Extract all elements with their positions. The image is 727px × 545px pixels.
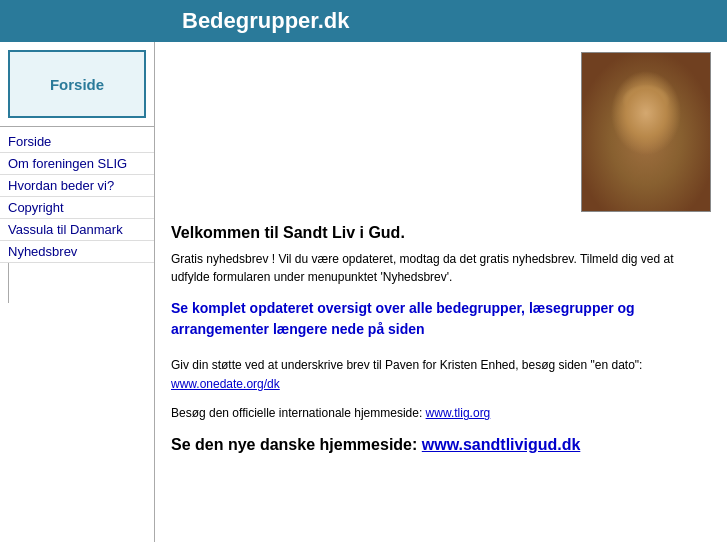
sidebar-bottom-decoration bbox=[8, 263, 154, 303]
jesus-image bbox=[581, 52, 711, 212]
sidebar-item-copyright[interactable]: Copyright bbox=[0, 197, 154, 219]
sidebar-top-box: Forside bbox=[8, 50, 146, 118]
site-title: Bedegrupper.dk bbox=[182, 8, 349, 34]
sidebar-nav: Forside Om foreningen SLIG Hvordan beder… bbox=[0, 131, 154, 263]
bottom-label: Se den nye danske hjemmeside: bbox=[171, 436, 417, 453]
support-section-2: Besøg den officielle internationale hjem… bbox=[171, 404, 711, 423]
sidebar-item-forside[interactable]: Forside bbox=[0, 131, 154, 153]
sidebar-item-om-foreningen[interactable]: Om foreningen SLIG bbox=[0, 153, 154, 175]
sidebar: Forside Forside Om foreningen SLIG Hvord… bbox=[0, 42, 155, 542]
sidebar-item-nyhedsbrev[interactable]: Nyhedsbrev bbox=[0, 241, 154, 263]
support-link-1[interactable]: www.onedate.org/dk bbox=[171, 377, 280, 391]
sidebar-top-label: Forside bbox=[50, 76, 104, 93]
blue-highlight-text: Se komplet opdateret oversigt over alle … bbox=[171, 298, 711, 340]
sidebar-item-vassula[interactable]: Vassula til Danmark bbox=[0, 219, 154, 241]
welcome-title: Velkommen til Sandt Liv i Gud. bbox=[171, 224, 711, 242]
sidebar-item-hvordan-beder[interactable]: Hvordan beder vi? bbox=[0, 175, 154, 197]
support-text-2: Besøg den officielle internationale hjem… bbox=[171, 406, 422, 420]
bottom-link-section: Se den nye danske hjemmeside: www.sandtl… bbox=[171, 436, 711, 454]
jesus-face-art bbox=[582, 53, 710, 211]
content-top bbox=[171, 52, 711, 212]
bottom-link[interactable]: www.sandtlivigud.dk bbox=[422, 436, 581, 453]
main-layout: Forside Forside Om foreningen SLIG Hvord… bbox=[0, 42, 727, 542]
support-text-1: Giv din støtte ved at underskrive brev t… bbox=[171, 358, 642, 372]
sidebar-divider bbox=[0, 126, 154, 127]
support-section-1: Giv din støtte ved at underskrive brev t… bbox=[171, 356, 711, 394]
support-link-2[interactable]: www.tlig.org bbox=[426, 406, 491, 420]
main-content: Velkommen til Sandt Liv i Gud. Gratis ny… bbox=[155, 42, 727, 542]
news-text: Gratis nyhedsbrev ! Vil du være opdatere… bbox=[171, 250, 711, 286]
page-header: Bedegrupper.dk bbox=[0, 0, 727, 42]
